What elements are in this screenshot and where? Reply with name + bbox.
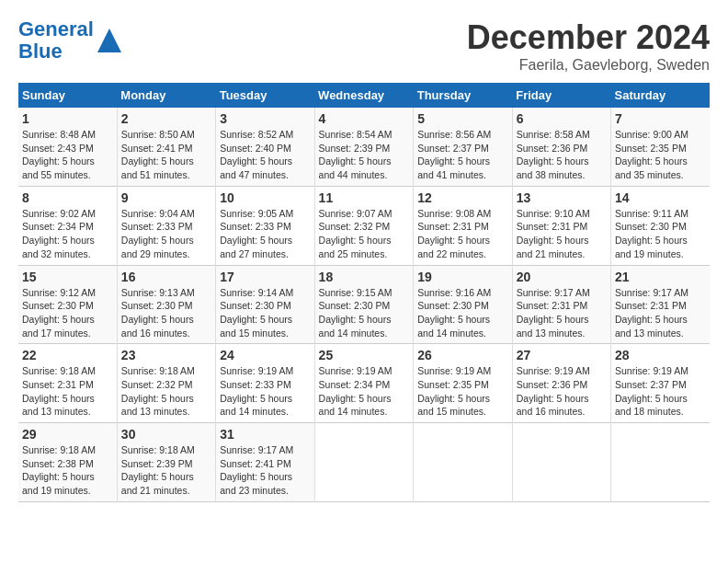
day-number: 15 xyxy=(22,270,113,284)
day-info: Sunrise: 9:19 AMSunset: 2:33 PMDaylight:… xyxy=(220,364,310,419)
day-number: 6 xyxy=(517,111,607,126)
calendar-cell: 4Sunrise: 8:54 AMSunset: 2:39 PMDaylight… xyxy=(314,108,414,186)
calendar-cell: 29Sunrise: 9:18 AMSunset: 2:38 PMDayligh… xyxy=(18,423,117,502)
calendar-cell: 20Sunrise: 9:17 AMSunset: 2:31 PMDayligh… xyxy=(512,265,610,344)
day-info: Sunrise: 9:18 AMSunset: 2:38 PMDaylight:… xyxy=(22,443,113,498)
day-number: 30 xyxy=(121,427,211,442)
svg-marker-0 xyxy=(97,29,121,52)
day-info: Sunrise: 8:54 AMSunset: 2:39 PMDaylight:… xyxy=(319,128,410,182)
calendar-cell xyxy=(512,423,610,502)
calendar-cell: 15Sunrise: 9:12 AMSunset: 2:30 PMDayligh… xyxy=(18,265,117,344)
logo-text: General Blue xyxy=(18,18,94,63)
calendar-cell: 13Sunrise: 9:10 AMSunset: 2:31 PMDayligh… xyxy=(512,186,610,265)
calendar-week-5: 29Sunrise: 9:18 AMSunset: 2:38 PMDayligh… xyxy=(18,423,710,502)
calendar-cell: 1Sunrise: 8:48 AMSunset: 2:43 PMDaylight… xyxy=(18,108,117,186)
header-thursday: Thursday xyxy=(414,83,512,108)
header: General Blue December 2024 Faerila, Gaev… xyxy=(18,18,710,74)
calendar-cell: 17Sunrise: 9:14 AMSunset: 2:30 PMDayligh… xyxy=(216,265,314,344)
day-info: Sunrise: 9:05 AMSunset: 2:33 PMDaylight:… xyxy=(220,207,310,261)
day-info: Sunrise: 9:17 AMSunset: 2:31 PMDaylight:… xyxy=(615,286,706,340)
calendar-cell: 3Sunrise: 8:52 AMSunset: 2:40 PMDaylight… xyxy=(216,108,314,186)
calendar-cell: 7Sunrise: 9:00 AMSunset: 2:35 PMDaylight… xyxy=(611,108,711,186)
day-number: 1 xyxy=(22,111,113,126)
day-number: 27 xyxy=(517,348,607,362)
calendar-cell: 26Sunrise: 9:19 AMSunset: 2:35 PMDayligh… xyxy=(414,344,512,423)
day-number: 26 xyxy=(417,348,507,362)
calendar-cell: 27Sunrise: 9:19 AMSunset: 2:36 PMDayligh… xyxy=(512,344,610,423)
day-number: 8 xyxy=(22,190,113,205)
day-info: Sunrise: 9:18 AMSunset: 2:39 PMDaylight:… xyxy=(121,443,211,498)
logo-general: General xyxy=(18,17,94,40)
calendar-title: December 2024 xyxy=(467,18,710,57)
day-info: Sunrise: 9:15 AMSunset: 2:30 PMDaylight:… xyxy=(319,286,410,340)
day-number: 5 xyxy=(417,111,507,126)
calendar-cell: 14Sunrise: 9:11 AMSunset: 2:30 PMDayligh… xyxy=(611,186,711,265)
calendar-cell: 30Sunrise: 9:18 AMSunset: 2:39 PMDayligh… xyxy=(117,423,215,502)
calendar-cell: 23Sunrise: 9:18 AMSunset: 2:32 PMDayligh… xyxy=(117,344,215,423)
day-info: Sunrise: 9:19 AMSunset: 2:36 PMDaylight:… xyxy=(517,364,607,419)
calendar-cell: 5Sunrise: 8:56 AMSunset: 2:37 PMDaylight… xyxy=(414,108,512,186)
day-info: Sunrise: 8:48 AMSunset: 2:43 PMDaylight:… xyxy=(22,128,113,182)
day-info: Sunrise: 9:18 AMSunset: 2:32 PMDaylight:… xyxy=(121,364,211,419)
day-info: Sunrise: 9:02 AMSunset: 2:34 PMDaylight:… xyxy=(22,207,113,261)
day-info: Sunrise: 9:17 AMSunset: 2:31 PMDaylight:… xyxy=(517,286,607,340)
calendar-cell: 6Sunrise: 8:58 AMSunset: 2:36 PMDaylight… xyxy=(512,108,610,186)
day-number: 16 xyxy=(121,270,211,284)
calendar-cell: 11Sunrise: 9:07 AMSunset: 2:32 PMDayligh… xyxy=(314,186,414,265)
calendar-cell xyxy=(414,423,512,502)
day-info: Sunrise: 9:10 AMSunset: 2:31 PMDaylight:… xyxy=(517,207,607,261)
calendar-subtitle: Faerila, Gaevleborg, Sweden xyxy=(467,57,710,74)
day-info: Sunrise: 9:04 AMSunset: 2:33 PMDaylight:… xyxy=(121,207,211,261)
calendar-week-2: 8Sunrise: 9:02 AMSunset: 2:34 PMDaylight… xyxy=(18,186,710,265)
day-number: 9 xyxy=(121,190,211,205)
calendar-cell xyxy=(314,423,414,502)
day-number: 19 xyxy=(417,270,507,284)
calendar-cell xyxy=(611,423,711,502)
header-wednesday: Wednesday xyxy=(314,83,414,108)
day-number: 10 xyxy=(220,190,310,205)
title-section: December 2024 Faerila, Gaevleborg, Swede… xyxy=(467,18,710,74)
day-info: Sunrise: 8:50 AMSunset: 2:41 PMDaylight:… xyxy=(121,128,211,182)
day-info: Sunrise: 9:08 AMSunset: 2:31 PMDaylight:… xyxy=(417,207,507,261)
header-tuesday: Tuesday xyxy=(216,83,314,108)
calendar-cell: 28Sunrise: 9:19 AMSunset: 2:37 PMDayligh… xyxy=(611,344,711,423)
day-info: Sunrise: 8:58 AMSunset: 2:36 PMDaylight:… xyxy=(517,128,607,182)
day-number: 11 xyxy=(319,190,410,205)
day-info: Sunrise: 9:19 AMSunset: 2:37 PMDaylight:… xyxy=(615,364,706,419)
day-number: 2 xyxy=(121,111,211,126)
day-number: 25 xyxy=(319,348,410,362)
day-info: Sunrise: 9:19 AMSunset: 2:34 PMDaylight:… xyxy=(319,364,410,419)
day-info: Sunrise: 9:11 AMSunset: 2:30 PMDaylight:… xyxy=(615,207,706,261)
day-number: 4 xyxy=(319,111,410,126)
calendar-cell: 18Sunrise: 9:15 AMSunset: 2:30 PMDayligh… xyxy=(314,265,414,344)
calendar-week-3: 15Sunrise: 9:12 AMSunset: 2:30 PMDayligh… xyxy=(18,265,710,344)
day-info: Sunrise: 8:56 AMSunset: 2:37 PMDaylight:… xyxy=(417,128,507,182)
calendar-table: Sunday Monday Tuesday Wednesday Thursday… xyxy=(18,83,710,502)
calendar-cell: 16Sunrise: 9:13 AMSunset: 2:30 PMDayligh… xyxy=(117,265,215,344)
calendar-cell: 22Sunrise: 9:18 AMSunset: 2:31 PMDayligh… xyxy=(18,344,117,423)
day-number: 31 xyxy=(220,427,310,442)
header-sunday: Sunday xyxy=(18,83,117,108)
calendar-week-1: 1Sunrise: 8:48 AMSunset: 2:43 PMDaylight… xyxy=(18,108,710,186)
calendar-cell: 9Sunrise: 9:04 AMSunset: 2:33 PMDaylight… xyxy=(117,186,215,265)
day-number: 28 xyxy=(615,348,706,362)
day-number: 21 xyxy=(615,270,706,284)
header-monday: Monday xyxy=(117,83,215,108)
day-number: 18 xyxy=(319,270,410,284)
day-number: 3 xyxy=(220,111,310,126)
day-info: Sunrise: 9:17 AMSunset: 2:41 PMDaylight:… xyxy=(220,443,310,498)
day-number: 29 xyxy=(22,427,113,442)
day-number: 20 xyxy=(517,270,607,284)
logo-icon xyxy=(96,27,123,54)
calendar-cell: 10Sunrise: 9:05 AMSunset: 2:33 PMDayligh… xyxy=(216,186,314,265)
day-info: Sunrise: 9:00 AMSunset: 2:35 PMDaylight:… xyxy=(615,128,706,182)
calendar-body: 1Sunrise: 8:48 AMSunset: 2:43 PMDaylight… xyxy=(18,108,710,501)
day-info: Sunrise: 8:52 AMSunset: 2:40 PMDaylight:… xyxy=(220,128,310,182)
header-friday: Friday xyxy=(512,83,610,108)
day-number: 17 xyxy=(220,270,310,284)
day-number: 7 xyxy=(615,111,706,126)
calendar-cell: 31Sunrise: 9:17 AMSunset: 2:41 PMDayligh… xyxy=(216,423,314,502)
calendar-cell: 2Sunrise: 8:50 AMSunset: 2:41 PMDaylight… xyxy=(117,108,215,186)
day-number: 12 xyxy=(417,190,507,205)
day-number: 24 xyxy=(220,348,310,362)
